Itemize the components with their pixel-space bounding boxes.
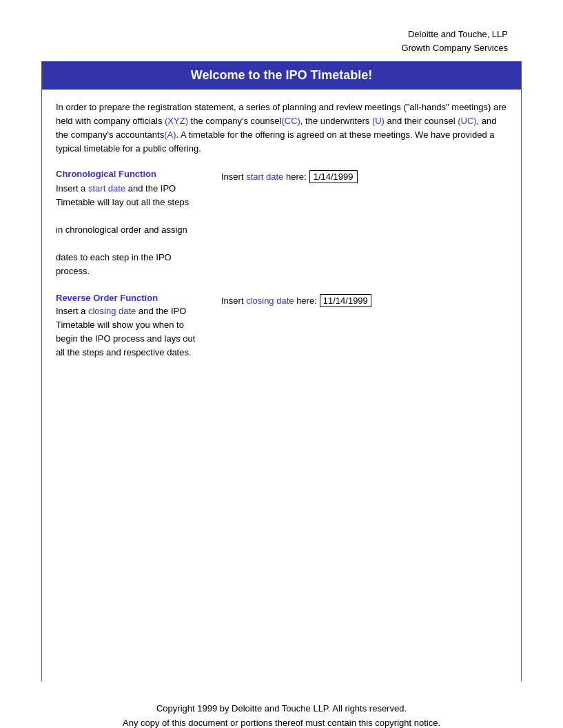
- chronological-title: Chronological Function: [56, 169, 221, 179]
- rev-closing-date-link: closing date: [246, 295, 294, 306]
- company-header: Deloitte and Touche, LLP Growth Company …: [0, 0, 563, 61]
- chron-start-date-link: start date: [246, 171, 283, 182]
- content-area: In order to prepare the registration sta…: [42, 90, 521, 387]
- company-line1: Deloitte and Touche, LLP: [0, 28, 508, 41]
- footer-line1: Copyright 1999 by Deloitte and Touche LL…: [0, 702, 563, 716]
- chronological-section: Chronological Function Insert a start da…: [56, 169, 507, 279]
- rev-insert-label: Insert closing date here:: [221, 295, 317, 306]
- banner: Welcome to the IPO Timetable!: [42, 61, 521, 90]
- a-link: (A): [164, 129, 176, 140]
- u-link: (U): [372, 116, 385, 126]
- chronological-right: Insert start date here: 1/14/1999: [221, 169, 358, 183]
- chron-start-link: start date: [88, 183, 125, 194]
- reverse-desc: Insert a closing date and the IPO Timeta…: [56, 304, 221, 360]
- page-wrapper: Welcome to the IPO Timetable! In order t…: [41, 61, 522, 681]
- rev-closing-link: closing date: [88, 306, 136, 316]
- reverse-title: Reverse Order Function: [56, 293, 221, 303]
- chron-date-input[interactable]: 1/14/1999: [309, 170, 358, 183]
- reverse-right: Insert closing date here: 11/14/1999: [221, 293, 371, 307]
- chronological-desc: Insert a start date and the IPO Timetabl…: [56, 182, 221, 279]
- reverse-left: Reverse Order Function Insert a closing …: [56, 293, 221, 360]
- chronological-row: Chronological Function Insert a start da…: [56, 169, 507, 279]
- footer-line2: Any copy of this document or portions th…: [0, 716, 563, 728]
- footer: Copyright 1999 by Deloitte and Touche LL…: [0, 681, 563, 728]
- reverse-row: Reverse Order Function Insert a closing …: [56, 293, 507, 360]
- company-line2: Growth Company Services: [0, 41, 508, 55]
- cc-link: (CC): [281, 116, 300, 126]
- uc-link: (UC): [458, 116, 476, 126]
- chronological-left: Chronological Function Insert a start da…: [56, 169, 221, 279]
- intro-text: In order to prepare the registration sta…: [56, 101, 507, 156]
- banner-title: Welcome to the IPO Timetable!: [191, 68, 372, 82]
- xyz-link: (XYZ): [165, 116, 188, 126]
- chron-insert-label: Insert start date here:: [221, 171, 307, 182]
- reverse-section: Reverse Order Function Insert a closing …: [56, 293, 507, 360]
- rev-date-input[interactable]: 11/14/1999: [320, 294, 371, 307]
